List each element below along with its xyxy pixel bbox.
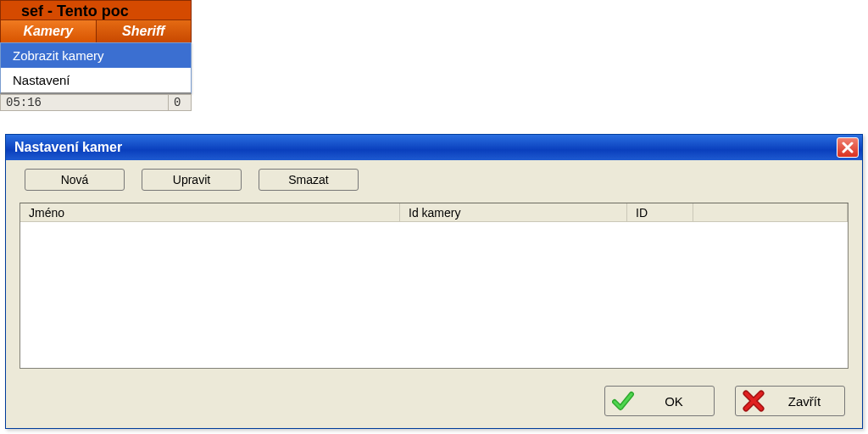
dialog-body: Nová Upravit Smazat Jméno Id kamery ID: [6, 160, 862, 428]
column-header-jmeno[interactable]: Jméno: [20, 203, 400, 221]
close-button[interactable]: Zavřít: [735, 386, 845, 416]
app-title: sef - Tento poc: [21, 3, 129, 19]
new-button[interactable]: Nová: [25, 169, 125, 191]
column-header-id[interactable]: ID: [627, 203, 693, 221]
dialog-close-button[interactable]: [837, 137, 859, 158]
column-header-empty[interactable]: [693, 203, 848, 221]
dropdown-item-zobrazit-kamery[interactable]: Zobrazit kamery: [1, 43, 191, 68]
dropdown-item-nastaveni[interactable]: Nastavení: [1, 68, 191, 92]
column-header-idkamery[interactable]: Id kamery: [400, 203, 627, 221]
app-titlebar: sef - Tento poc: [0, 0, 192, 20]
app-menu-fragment: sef - Tento poc Kamery Sheriff Zobrazit …: [0, 0, 192, 111]
listview-header: Jméno Id kamery ID: [20, 203, 848, 222]
dialog-titlebar: Nastavení kamer: [6, 135, 862, 160]
dialog-title: Nastavení kamer: [14, 140, 122, 155]
ok-button[interactable]: OK: [604, 386, 715, 416]
status-time: 05:16: [1, 95, 169, 110]
status-row: 05:16 0: [0, 94, 192, 111]
edit-button[interactable]: Upravit: [142, 169, 242, 191]
dialog-toolbar: Nová Upravit Smazat: [25, 169, 849, 191]
menu-kamery[interactable]: Kamery: [1, 20, 97, 42]
check-icon: [612, 390, 634, 412]
x-icon: [743, 390, 765, 412]
menu-sheriff[interactable]: Sheriff: [97, 20, 192, 42]
dialog-nastaveni-kamer: Nastavení kamer Nová Upravit Smazat Jmén…: [5, 134, 863, 429]
delete-button[interactable]: Smazat: [259, 169, 359, 191]
status-count: 0: [169, 95, 191, 110]
dropdown-kamery: Zobrazit kamery Nastavení: [0, 42, 192, 94]
menubar: Kamery Sheriff: [0, 20, 192, 42]
dialog-footer: OK Zavřít: [19, 386, 849, 416]
camera-listview[interactable]: Jméno Id kamery ID: [19, 203, 849, 369]
close-icon: [842, 142, 854, 153]
